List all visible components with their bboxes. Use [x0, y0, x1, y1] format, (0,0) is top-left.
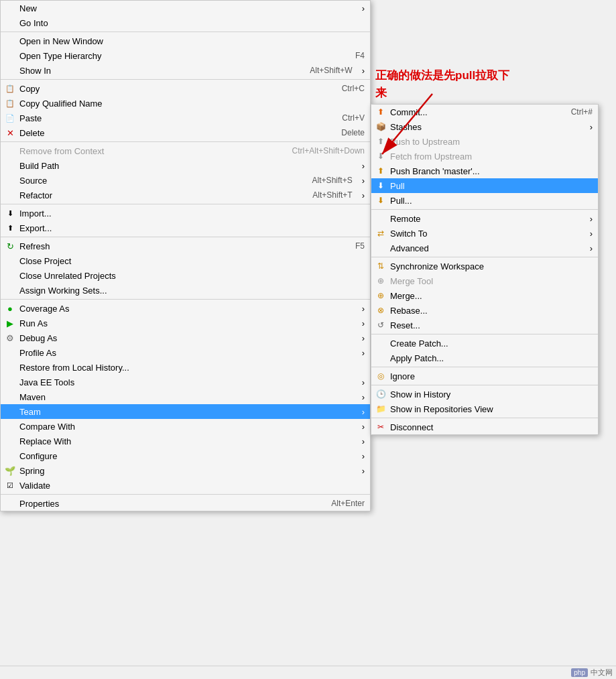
menu-item-restore-local[interactable]: Restore from Local History...	[1, 360, 370, 375]
merge-icon: ⊕	[375, 290, 386, 301]
show-history-icon: 🕒	[375, 389, 386, 399]
debug-icon: ⚙	[5, 332, 15, 343]
menu-item-debug-as[interactable]: ⚙ Debug As ›	[1, 330, 370, 345]
export-icon: ⬆	[5, 223, 15, 233]
menu-item-export[interactable]: ⬆ Export...	[1, 221, 370, 235]
submenu-separator-5	[371, 385, 598, 385]
menu-item-profile-as[interactable]: Profile As ›	[1, 345, 370, 360]
submenu-separator-1	[371, 209, 598, 210]
switch-to-icon: ⇄	[375, 228, 386, 239]
menu-item-team[interactable]: Team ›	[1, 404, 370, 419]
push-branch-icon: ⬆	[375, 166, 386, 176]
import-icon: ⬇	[5, 208, 15, 219]
submenu-item-show-repos[interactable]: 📁 Show in Repositories View	[371, 402, 598, 416]
reset-icon: ↺	[375, 320, 386, 330]
submenu-item-remote[interactable]: Remote ›	[371, 211, 598, 226]
submenu-item-merge-tool: ⊕ Merge Tool	[371, 273, 598, 288]
disconnect-icon: ✂	[375, 422, 386, 432]
submenu-item-commit[interactable]: ⬆ Commit... Ctrl+#	[371, 105, 598, 119]
submenu-item-push-branch[interactable]: ⬆ Push Branch 'master'...	[371, 164, 598, 178]
submenu-item-pull-dots[interactable]: ⬇ Pull...	[371, 193, 598, 208]
annotation-text: 正确的做法是先pull拉取下来	[375, 67, 509, 101]
menu-item-spring[interactable]: 🌱 Spring ›	[1, 463, 370, 478]
menu-item-properties[interactable]: Properties Alt+Enter	[1, 496, 370, 511]
menu-item-java-ee[interactable]: Java EE Tools ›	[1, 375, 370, 389]
submenu-item-sync-workspace[interactable]: ⇅ Synchronize Workspace	[371, 259, 598, 273]
validate-icon: ☑	[5, 480, 15, 491]
separator-4	[1, 204, 370, 204]
submenu-item-apply-patch[interactable]: Apply Patch...	[371, 351, 598, 365]
menu-item-compare-with[interactable]: Compare With ›	[1, 419, 370, 434]
rebase-icon: ⊗	[375, 305, 386, 316]
run-icon: ▶	[5, 318, 15, 328]
ignore-icon: ◎	[375, 371, 386, 381]
refresh-icon: ↻	[5, 241, 15, 251]
fetch-upstream-icon: ⬇	[375, 151, 386, 162]
separator-5	[1, 237, 370, 237]
menu-item-paste[interactable]: 📄 Paste Ctrl+V	[1, 111, 370, 125]
submenu-item-rebase[interactable]: ⊗ Rebase...	[371, 303, 598, 318]
submenu-item-fetch-upstream: ⬇ Fetch from Upstream	[371, 149, 598, 164]
separator-6	[1, 299, 370, 300]
separator-1	[1, 32, 370, 32]
spring-icon: 🌱	[5, 465, 15, 476]
menu-item-show-in[interactable]: Show In Alt+Shift+W ›	[1, 63, 370, 78]
menu-item-maven[interactable]: Maven ›	[1, 389, 370, 404]
menu-item-import[interactable]: ⬇ Import...	[1, 206, 370, 221]
show-repos-icon: 📁	[375, 404, 386, 414]
menu-item-refactor[interactable]: Refactor Alt+Shift+T ›	[1, 188, 370, 202]
submenu-item-merge[interactable]: ⊕ Merge...	[371, 288, 598, 303]
menu-item-delete[interactable]: ✕ Delete Delete	[1, 125, 370, 140]
menu-item-copy-qualified[interactable]: 📋 Copy Qualified Name	[1, 96, 370, 111]
submenu-item-advanced[interactable]: Advanced ›	[371, 241, 598, 255]
menu-item-refresh[interactable]: ↻ Refresh F5	[1, 239, 370, 253]
team-submenu[interactable]: ⬆ Commit... Ctrl+# 📦 Stashes › ⬆ Push to…	[371, 104, 599, 435]
commit-icon: ⬆	[375, 107, 386, 117]
menu-item-go-into[interactable]: Go Into	[1, 15, 370, 30]
menu-item-copy[interactable]: 📋 Copy Ctrl+C	[1, 81, 370, 96]
menu-item-build-path[interactable]: Build Path ›	[1, 158, 370, 173]
php-badge: php	[571, 668, 588, 677]
separator-2	[1, 79, 370, 80]
submenu-item-show-history[interactable]: 🕒 Show in History	[371, 387, 598, 402]
menu-item-close-unrelated[interactable]: Close Unrelated Projects	[1, 268, 370, 283]
submenu-item-disconnect[interactable]: ✂ Disconnect	[371, 420, 598, 434]
bottom-bar: php 中文网	[0, 666, 616, 679]
bottom-url: 中文网	[591, 668, 613, 678]
menu-item-configure[interactable]: Configure ›	[1, 448, 370, 463]
main-context-menu[interactable]: New › Go Into Open in New Window Open Ty…	[0, 0, 371, 511]
copy-icon: 📋	[5, 83, 15, 94]
menu-item-close-project[interactable]: Close Project	[1, 253, 370, 268]
push-upstream-icon: ⬆	[375, 136, 386, 147]
pull-dots-icon: ⬇	[375, 195, 386, 206]
submenu-separator-6	[371, 418, 598, 418]
menu-item-new[interactable]: New ›	[1, 1, 370, 15]
submenu-item-create-patch[interactable]: Create Patch...	[371, 336, 598, 351]
menu-item-open-type-hierarchy[interactable]: Open Type Hierarchy F4	[1, 48, 370, 63]
submenu-item-push-upstream: ⬆ Push to Upstream	[371, 134, 598, 149]
menu-item-open-new-window[interactable]: Open in New Window	[1, 34, 370, 48]
merge-tool-icon: ⊕	[375, 275, 386, 286]
menu-item-coverage-as[interactable]: ● Coverage As ›	[1, 301, 370, 316]
menu-item-replace-with[interactable]: Replace With ›	[1, 434, 370, 448]
submenu-item-stashes[interactable]: 📦 Stashes ›	[371, 119, 598, 134]
menu-item-remove-context: Remove from Context Ctrl+Alt+Shift+Down	[1, 143, 370, 158]
menu-item-validate[interactable]: ☑ Validate	[1, 478, 370, 493]
coverage-icon: ●	[5, 303, 15, 314]
new-icon	[5, 3, 15, 13]
submenu-item-pull[interactable]: ⬇ Pull	[371, 178, 598, 193]
delete-icon: ✕	[5, 127, 15, 138]
stashes-icon: 📦	[375, 121, 386, 132]
submenu-separator-4	[371, 367, 598, 367]
submenu-item-ignore[interactable]: ◎ Ignore	[371, 369, 598, 383]
menu-item-source[interactable]: Source Alt+Shift+S ›	[1, 173, 370, 188]
copy-qualified-icon: 📋	[5, 98, 15, 109]
menu-item-assign-working[interactable]: Assign Working Sets...	[1, 283, 370, 298]
submenu-separator-2	[371, 257, 598, 257]
separator-7	[1, 494, 370, 495]
menu-item-run-as[interactable]: ▶ Run As ›	[1, 316, 370, 330]
pull-icon: ⬇	[375, 180, 386, 191]
submenu-separator-3	[371, 334, 598, 334]
submenu-item-switch-to[interactable]: ⇄ Switch To ›	[371, 226, 598, 241]
submenu-item-reset[interactable]: ↺ Reset...	[371, 318, 598, 332]
